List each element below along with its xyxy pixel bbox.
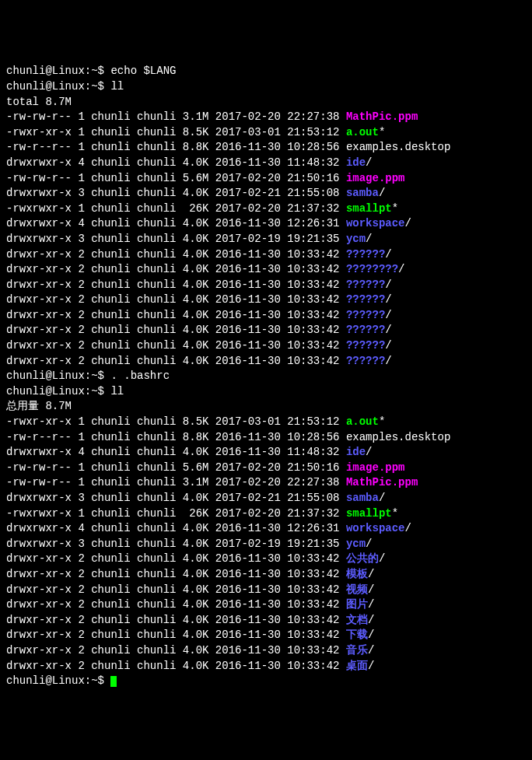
file-row: drwxr-xr-x 2 chunli chunli 4.0K 2016-11-… — [6, 278, 526, 293]
file-suffix: / — [385, 339, 391, 352]
file-name: 文档 — [346, 614, 368, 626]
file-name: ide — [346, 156, 366, 169]
file-row: drwxr-xr-x 2 chunli chunli 4.0K 2016-11-… — [6, 308, 526, 324]
file-meta: drwxr-xr-x 2 chunli chunli 4.0K 2016-11-… — [6, 263, 346, 275]
file-meta: drwxrwxr-x 3 chunli chunli 4.0K 2017-02-… — [6, 233, 346, 245]
file-suffix: / — [398, 263, 404, 275]
file-suffix: / — [366, 446, 372, 458]
file-name: smallpt — [346, 202, 392, 215]
file-meta: drwxrwxr-x 3 chunli chunli 4.0K 2017-02-… — [6, 492, 346, 504]
file-row: -rw-r--r-- 1 chunli chunli 8.8K 2016-11-… — [6, 140, 526, 156]
file-name: 模板 — [346, 568, 368, 580]
file-row: drwxr-xr-x 2 chunli chunli 4.0K 2016-11-… — [6, 354, 526, 369]
file-meta: drwxr-xr-x 2 chunli chunli 4.0K 2016-11-… — [6, 614, 346, 626]
file-name: ycm — [346, 233, 366, 245]
file-row: -rwxrwxr-x 1 chunli chunli 26K 2017-02-2… — [6, 201, 526, 217]
file-name: 视频 — [346, 583, 368, 596]
file-name: 下载 — [346, 629, 368, 641]
file-meta: drwxr-xr-x 2 chunli chunli 4.0K 2016-11-… — [6, 629, 346, 641]
file-meta: drwxrwxr-x 4 chunli chunli 4.0K 2016-11-… — [6, 156, 346, 169]
file-name: ?????? — [346, 339, 385, 352]
file-row: drwxr-xr-x 2 chunli chunli 4.0K 2016-11-… — [6, 338, 526, 354]
file-suffix: / — [385, 278, 391, 291]
file-meta: drwxr-xr-x 2 chunli chunli 4.0K 2016-11-… — [6, 309, 346, 321]
file-row: drwxrwxr-x 4 chunli chunli 4.0K 2016-11-… — [6, 445, 526, 461]
prompt-line: chunli@Linux:~$ ll — [6, 79, 526, 95]
file-suffix: * — [379, 126, 385, 138]
file-row: drwxr-xr-x 2 chunli chunli 4.0K 2016-11-… — [6, 552, 526, 567]
file-row: drwxrwxr-x 4 chunli chunli 4.0K 2016-11-… — [6, 216, 526, 232]
file-row: drwxr-xr-x 2 chunli chunli 4.0K 2016-11-… — [6, 643, 526, 659]
file-meta: -rwxrwxr-x 1 chunli chunli 26K 2017-02-2… — [6, 507, 346, 520]
file-suffix: * — [379, 415, 385, 428]
file-name: ?????? — [346, 248, 385, 261]
file-meta: -rwxrwxr-x 1 chunli chunli 26K 2017-02-2… — [6, 202, 346, 215]
file-name: ?????? — [346, 278, 385, 291]
file-meta: drwxr-xr-x 2 chunli chunli 4.0K 2016-11-… — [6, 568, 346, 580]
file-meta: drwxr-xr-x 2 chunli chunli 4.0K 2016-11-… — [6, 339, 346, 352]
file-row: -rwxr-xr-x 1 chunli chunli 8.5K 2017-03-… — [6, 125, 526, 141]
command-text: echo $LANG — [110, 65, 176, 77]
file-suffix: / — [368, 629, 374, 641]
file-suffix: / — [385, 293, 391, 306]
file-row: drwxr-xr-x 2 chunli chunli 4.0K 2016-11-… — [6, 628, 526, 643]
file-name: smallpt — [346, 507, 392, 520]
file-name: MathPic.ppm — [346, 476, 418, 489]
file-row: drwxrwxr-x 3 chunli chunli 4.0K 2017-02-… — [6, 186, 526, 201]
file-row: drwxr-xr-x 2 chunli chunli 4.0K 2016-11-… — [6, 583, 526, 598]
shell-prompt: chunli@Linux:~$ — [6, 369, 110, 382]
file-name: ?????? — [346, 293, 385, 306]
prompt-line: chunli@Linux:~$ echo $LANG — [6, 64, 526, 79]
file-row: -rw-rw-r-- 1 chunli chunli 3.1M 2017-02-… — [6, 110, 526, 125]
file-row: drwxr-xr-x 2 chunli chunli 4.0K 2016-11-… — [6, 323, 526, 338]
cursor-icon — [110, 676, 117, 687]
file-meta: -rw-r--r-- 1 chunli chunli 8.8K 2016-11-… — [6, 141, 346, 153]
file-name: workspace — [346, 522, 405, 534]
file-suffix: / — [368, 644, 374, 657]
file-suffix: * — [392, 202, 398, 215]
file-suffix: / — [379, 492, 385, 504]
file-meta: drwxrwxr-x 4 chunli chunli 4.0K 2016-11-… — [6, 446, 346, 458]
file-name: 音乐 — [346, 644, 368, 657]
file-suffix: / — [366, 233, 372, 245]
file-meta: drwxr-xr-x 2 chunli chunli 4.0K 2016-11-… — [6, 324, 346, 336]
file-meta: -rwxr-xr-x 1 chunli chunli 8.5K 2017-03-… — [6, 126, 346, 138]
total-line: 总用量 8.7M — [6, 399, 526, 415]
file-meta: drwxr-xr-x 2 chunli chunli 4.0K 2016-11-… — [6, 293, 346, 306]
file-meta: drwxrwxr-x 4 chunli chunli 4.0K 2016-11-… — [6, 217, 346, 229]
file-row: -rw-rw-r-- 1 chunli chunli 5.6M 2017-02-… — [6, 171, 526, 187]
file-name: MathPic.ppm — [346, 110, 418, 123]
prompt-line-cursor[interactable]: chunli@Linux:~$ — [6, 674, 526, 689]
file-meta: drwxr-xr-x 2 chunli chunli 4.0K 2016-11-… — [6, 355, 346, 367]
file-name: examples.desktop — [346, 141, 450, 153]
prompt-line: chunli@Linux:~$ . .bashrc — [6, 369, 526, 384]
file-meta: drwxr-xr-x 2 chunli chunli 4.0K 2016-11-… — [6, 598, 346, 611]
file-name: ?????? — [346, 309, 385, 321]
file-suffix: / — [366, 538, 372, 550]
file-meta: drwxr-xr-x 2 chunli chunli 4.0K 2016-11-… — [6, 278, 346, 291]
file-meta: drwxr-xr-x 2 chunli chunli 4.0K 2016-11-… — [6, 644, 346, 657]
file-name: image.ppm — [346, 172, 405, 184]
file-row: drwxrwxr-x 3 chunli chunli 4.0K 2017-02-… — [6, 491, 526, 506]
file-suffix: / — [385, 309, 391, 321]
file-row: drwxr-xr-x 2 chunli chunli 4.0K 2016-11-… — [6, 659, 526, 674]
file-row: drwxrwxr-x 3 chunli chunli 4.0K 2017-02-… — [6, 537, 526, 552]
file-name: 公共的 — [346, 552, 379, 565]
file-row: drwxrwxr-x 4 chunli chunli 4.0K 2016-11-… — [6, 156, 526, 171]
total-line: total 8.7M — [6, 95, 526, 110]
file-meta: drwxr-xr-x 2 chunli chunli 4.0K 2016-11-… — [6, 552, 346, 565]
file-suffix: / — [366, 156, 372, 169]
file-row: -rwxr-xr-x 1 chunli chunli 8.5K 2017-03-… — [6, 415, 526, 430]
file-meta: drwxr-xr-x 2 chunli chunli 4.0K 2016-11-… — [6, 583, 346, 596]
file-row: drwxr-xr-x 2 chunli chunli 4.0K 2016-11-… — [6, 292, 526, 308]
file-row: drwxr-xr-x 2 chunli chunli 4.0K 2016-11-… — [6, 262, 526, 278]
file-meta: drwxr-xr-x 2 chunli chunli 4.0K 2016-11-… — [6, 248, 346, 261]
file-meta: -rw-rw-r-- 1 chunli chunli 3.1M 2017-02-… — [6, 110, 346, 123]
file-suffix: / — [405, 217, 411, 229]
file-row: -rw-r--r-- 1 chunli chunli 8.8K 2016-11-… — [6, 430, 526, 446]
file-meta: -rwxr-xr-x 1 chunli chunli 8.5K 2017-03-… — [6, 415, 346, 428]
file-name: examples.desktop — [346, 431, 450, 443]
file-suffix: / — [368, 598, 374, 611]
file-meta: drwxrwxr-x 3 chunli chunli 4.0K 2017-02-… — [6, 187, 346, 199]
terminal-output[interactable]: chunli@Linux:~$ echo $LANGchunli@Linux:~… — [6, 64, 526, 688]
